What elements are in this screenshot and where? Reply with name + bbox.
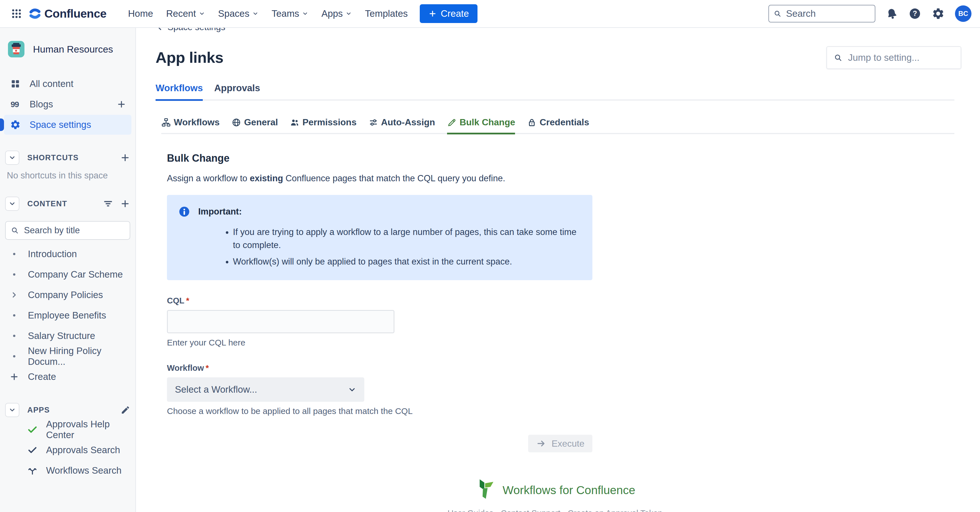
edit-apps-button[interactable]	[121, 405, 130, 415]
link-user-guides[interactable]: User Guides	[448, 509, 493, 512]
nav-item-recent[interactable]: Recent	[161, 4, 211, 24]
confluence-logo[interactable]: Confluence	[29, 7, 107, 21]
help-button[interactable]: ?	[908, 7, 921, 20]
app-switcher-button[interactable]	[8, 6, 24, 22]
content-search[interactable]	[5, 221, 130, 240]
page-item-new-hiring-policy[interactable]: New Hiring Policy Docum...	[4, 346, 131, 366]
nav-item-home[interactable]: Home	[122, 4, 159, 24]
chevron-down-icon	[348, 385, 356, 394]
gear-icon	[9, 119, 22, 130]
required-asterisk: *	[205, 363, 209, 373]
add-content-button[interactable]	[120, 199, 130, 209]
sidebar-item-all-content[interactable]: All content	[4, 74, 131, 94]
sitemap-icon	[161, 117, 171, 127]
workflow-select-value: Select a Workflow...	[175, 384, 257, 395]
chevron-down-icon	[345, 11, 352, 17]
plugin-footer: Workflows for Confluence User Guides - C…	[156, 479, 955, 512]
top-bar-left: Confluence Home Recent Spaces Teams Apps…	[8, 4, 477, 24]
notifications-button[interactable]	[886, 7, 898, 20]
create-page-row[interactable]: Create	[4, 366, 131, 387]
nav-item-templates[interactable]: Templates	[359, 4, 413, 24]
sliders-icon	[369, 117, 378, 127]
logo-text: Confluence	[45, 7, 107, 21]
collapse-shortcuts-button[interactable]	[5, 151, 19, 165]
content-section: CONTENT Introduction Company Car Scheme …	[4, 194, 131, 387]
settings-button[interactable]	[932, 7, 945, 20]
space-header[interactable]: Human Resources	[4, 41, 131, 57]
execute-button[interactable]: Execute	[528, 435, 592, 452]
link-create-approval-token[interactable]: Create an Approval Token	[568, 509, 662, 512]
people-icon	[290, 117, 299, 127]
add-shortcut-button[interactable]	[120, 152, 130, 163]
search-icon	[834, 53, 842, 62]
collapse-content-button[interactable]	[5, 197, 19, 211]
link-separator: -	[493, 509, 501, 512]
subtab-workflows[interactable]: Workflows	[161, 117, 220, 135]
bullet-icon	[8, 355, 21, 357]
subtab-bulk-change[interactable]: Bulk Change	[447, 117, 515, 135]
collapse-apps-button[interactable]	[5, 403, 19, 417]
subtab-permissions[interactable]: Permissions	[290, 117, 356, 135]
execute-row: Execute	[167, 435, 592, 452]
cql-input[interactable]	[167, 310, 395, 333]
jump-to-setting-input[interactable]	[848, 52, 954, 63]
app-item-workflows-search[interactable]: Workflows Search	[4, 460, 131, 481]
workflow-subtabs: Workflows General Permissions Auto-Assig…	[161, 117, 955, 134]
app-item-approvals-help-center[interactable]: Approvals Help Center	[4, 419, 131, 440]
global-search-input[interactable]	[786, 8, 870, 19]
important-info-panel: Important: If you are trying to apply a …	[167, 195, 592, 280]
link-separator: -	[560, 509, 568, 512]
confluence-mark-icon	[29, 7, 41, 20]
content-search-input[interactable]	[24, 225, 124, 236]
page-item-salary-structure[interactable]: Salary Structure	[4, 326, 131, 346]
pencil-icon	[447, 117, 457, 127]
create-button[interactable]: Create	[420, 4, 477, 23]
applinks-tabs: Workflows Approvals	[156, 83, 955, 101]
section-heading: Bulk Change	[167, 152, 955, 164]
apps-title: APPS	[27, 406, 121, 415]
content-title: CONTENT	[27, 200, 103, 208]
subtab-auto-assign[interactable]: Auto-Assign	[369, 117, 435, 135]
page-item-employee-benefits[interactable]: Employee Benefits	[4, 305, 131, 326]
subtab-credentials[interactable]: Credentials	[527, 117, 589, 135]
link-contact-support[interactable]: Contact Support	[501, 509, 560, 512]
subtab-general[interactable]: General	[231, 117, 278, 135]
filter-icon	[103, 199, 113, 209]
chevron-right-icon[interactable]	[8, 291, 21, 299]
filter-content-button[interactable]	[103, 199, 113, 209]
info-icon	[178, 206, 190, 218]
arrow-right-icon	[536, 438, 546, 449]
check-icon	[26, 445, 39, 455]
tab-approvals[interactable]: Approvals	[214, 83, 260, 101]
shortcuts-section: SHORTCUTS No shortcuts in this space	[4, 148, 131, 181]
globe-icon	[231, 117, 241, 127]
app-grid-icon	[11, 8, 22, 19]
bullet-icon	[8, 335, 21, 337]
jump-to-setting-search[interactable]	[826, 46, 961, 69]
sidebar-item-blogs[interactable]: 99 Blogs	[4, 94, 131, 114]
workflow-select[interactable]: Select a Workflow...	[167, 377, 364, 402]
bulk-change-section: Bulk Change Assign a workflow to existin…	[167, 152, 955, 452]
selected-indicator	[0, 119, 4, 131]
chevron-down-icon	[252, 11, 259, 17]
page-item-company-policies[interactable]: Company Policies	[4, 285, 131, 305]
nav-item-teams[interactable]: Teams	[266, 4, 314, 24]
plus-icon	[120, 152, 130, 163]
svg-text:99: 99	[11, 100, 19, 109]
page-item-introduction[interactable]: Introduction	[4, 244, 131, 264]
user-avatar[interactable]: BC	[955, 5, 972, 22]
nav-item-apps[interactable]: Apps	[316, 4, 358, 24]
nav-item-spaces[interactable]: Spaces	[212, 4, 264, 24]
top-bar-right: ? BC	[768, 5, 972, 22]
cql-label: CQL*	[167, 296, 955, 306]
app-item-approvals-search[interactable]: Approvals Search	[4, 440, 131, 460]
bullet-icon	[8, 253, 21, 255]
global-search[interactable]	[768, 5, 875, 22]
info-panel-header: Important:	[178, 206, 581, 218]
top-bar: Confluence Home Recent Spaces Teams Apps…	[0, 0, 980, 28]
sidebar-item-space-settings[interactable]: Space settings	[4, 115, 131, 135]
plus-icon	[120, 199, 130, 209]
page-item-company-car-scheme[interactable]: Company Car Scheme	[4, 264, 131, 285]
tab-workflows[interactable]: Workflows	[156, 83, 203, 101]
add-blog-button[interactable]	[116, 100, 126, 109]
